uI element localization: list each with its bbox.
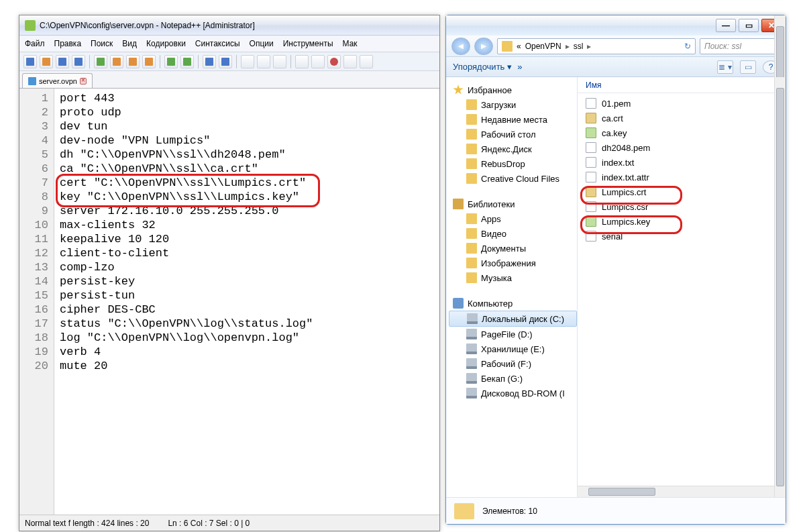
file-row[interactable]: index.txt.attr xyxy=(578,170,786,184)
npp-editor[interactable]: 1234567891011121314151617181920 port 443… xyxy=(19,89,439,515)
tool-func-icon[interactable] xyxy=(295,55,309,68)
code-line[interactable]: ca "C:\\OpenVPN\\ssl\\ca.crt" xyxy=(60,162,439,176)
tool-saveall-icon[interactable] xyxy=(72,55,85,68)
nav-item[interactable]: Рабочий (F:) xyxy=(449,356,577,371)
code-line[interactable]: max-clients 32 xyxy=(60,218,439,232)
nav-item[interactable]: Изображения xyxy=(449,256,577,270)
editor-code[interactable]: port 443proto udpdev tundev-node "VPN Lu… xyxy=(54,89,439,515)
tool-copy-icon[interactable] xyxy=(126,55,140,68)
tool-new-icon[interactable] xyxy=(23,55,37,68)
code-line[interactable]: dh "C:\\OpenVPN\\ssl\\dh2048.pem" xyxy=(60,148,439,162)
nav-item[interactable]: Видео xyxy=(449,226,577,241)
code-line[interactable]: keepalive 10 120 xyxy=(60,232,439,246)
nav-item[interactable]: Рабочий стол xyxy=(449,127,577,142)
tool-paste-icon[interactable] xyxy=(142,55,156,68)
nav-item[interactable]: Apps xyxy=(449,211,577,226)
column-header-name[interactable]: Имя xyxy=(578,77,786,93)
filepane-vscrollbar[interactable] xyxy=(774,77,786,497)
menu-file[interactable]: Файл xyxy=(25,39,45,48)
nav-libraries[interactable]: Библиотеки xyxy=(449,197,577,211)
tool-cut-icon[interactable] xyxy=(110,55,123,68)
nav-item[interactable]: Бекап (G:) xyxy=(449,371,577,386)
menu-view[interactable]: Вид xyxy=(122,39,137,48)
menu-macros[interactable]: Мак xyxy=(343,39,358,48)
explorer-titlebar[interactable]: — ▭ ✕ xyxy=(446,15,786,36)
code-line[interactable]: status "C:\\OpenVPN\\log\\status.log" xyxy=(60,317,439,331)
file-row[interactable]: index.txt xyxy=(578,155,786,170)
breadcrumb-ssl[interactable]: ssl xyxy=(574,42,584,51)
minimize-button[interactable]: — xyxy=(716,19,736,32)
file-row[interactable]: ca.key xyxy=(578,125,786,140)
file-list[interactable]: 01.pemca.crtca.keydh2048.pemindex.txtind… xyxy=(578,93,786,246)
code-line[interactable]: key "C:\\OpenVPN\\ssl\\Lumpics.key" xyxy=(60,190,439,204)
code-line[interactable]: dev-node "VPN Lumpics" xyxy=(60,134,439,148)
code-line[interactable]: mute 20 xyxy=(60,359,439,373)
tool-record-icon[interactable] xyxy=(327,55,341,68)
tab-close-icon[interactable] xyxy=(80,78,87,85)
nav-item[interactable]: Загрузки xyxy=(449,97,577,112)
menu-encoding[interactable]: Кодировки xyxy=(146,39,186,48)
tool-guides-icon[interactable] xyxy=(273,55,286,68)
nav-item[interactable]: Музыка xyxy=(449,270,577,285)
nav-item[interactable]: RebusDrop xyxy=(449,156,577,171)
nav-favorites[interactable]: Избранное xyxy=(449,83,577,97)
menu-edit[interactable]: Правка xyxy=(54,39,82,48)
code-line[interactable]: comp-lzo xyxy=(60,260,439,274)
menu-tools[interactable]: Инструменты xyxy=(283,39,333,48)
file-row[interactable]: Lumpics.crt xyxy=(578,184,786,199)
code-line[interactable]: cipher DES-CBC xyxy=(60,303,439,317)
code-line[interactable]: verb 4 xyxy=(60,345,439,359)
code-line[interactable]: log "C:\\OpenVPN\\log\\openvpn.log" xyxy=(60,331,439,345)
menu-options[interactable]: Опции xyxy=(250,39,274,48)
tool-map-icon[interactable] xyxy=(311,55,325,68)
tool-find-icon[interactable] xyxy=(203,55,216,68)
menu-search[interactable]: Поиск xyxy=(91,39,113,48)
code-line[interactable]: server 172.16.10.0 255.255.255.0 xyxy=(60,204,439,218)
tool-zoom-icon[interactable] xyxy=(241,55,254,68)
tool-wrap-icon[interactable] xyxy=(257,55,270,68)
tab-server-ovpn[interactable]: server.ovpn xyxy=(22,73,93,88)
tool-stop-icon[interactable] xyxy=(360,55,373,68)
file-row[interactable]: ca.crt xyxy=(578,111,786,125)
tool-replace-icon[interactable] xyxy=(219,55,232,68)
tool-redo-icon[interactable] xyxy=(180,55,194,68)
tool-undo-icon[interactable] xyxy=(164,55,178,68)
nav-item[interactable]: PageFile (D:) xyxy=(449,327,577,341)
file-row[interactable]: serial xyxy=(578,229,786,244)
nav-item[interactable]: Хранилище (E:) xyxy=(449,341,577,356)
refresh-icon[interactable]: ↻ xyxy=(684,42,691,51)
nav-pane[interactable]: Избранное ЗагрузкиНедавние местаРабочий … xyxy=(446,77,578,497)
nav-forward-button[interactable]: ► xyxy=(474,38,493,55)
code-line[interactable]: persist-key xyxy=(60,274,439,288)
menu-syntax[interactable]: Синтаксисы xyxy=(195,39,240,48)
address-box[interactable]: « OpenVPN ▸ ssl ▸ ↻ xyxy=(497,38,696,54)
file-row[interactable]: 01.pem xyxy=(578,96,786,111)
tool-open-icon[interactable] xyxy=(40,55,53,68)
code-line[interactable]: proto udp xyxy=(60,105,439,119)
code-line[interactable]: persist-tun xyxy=(60,288,439,303)
organize-menu[interactable]: Упорядочить ▾ xyxy=(453,62,512,72)
maximize-button[interactable]: ▭ xyxy=(739,19,759,32)
nav-item[interactable]: Creative Cloud Files xyxy=(449,171,577,186)
nav-back-button[interactable]: ◄ xyxy=(451,38,470,55)
preview-pane-button[interactable]: ▭ xyxy=(740,60,756,74)
npp-titlebar[interactable]: C:\OpenVPN\config\server.ovpn - Notepad+… xyxy=(19,15,439,36)
nav-computer[interactable]: Компьютер xyxy=(449,296,577,311)
search-input[interactable]: Поиск: ssl xyxy=(700,38,780,54)
breadcrumb-openvpn[interactable]: OpenVPN xyxy=(525,42,561,51)
code-line[interactable]: port 443 xyxy=(60,91,439,105)
nav-item[interactable]: Локальный диск (C:) xyxy=(449,311,577,327)
nav-item[interactable]: Документы xyxy=(449,241,577,256)
nav-item[interactable]: Дисковод BD-ROM (I xyxy=(449,386,577,401)
file-row[interactable]: Lumpics.key xyxy=(578,214,786,229)
code-line[interactable]: cert "C:\\OpenVPN\\ssl\\Lumpics.crt" xyxy=(60,176,439,190)
code-line[interactable]: client-to-client xyxy=(60,246,439,260)
nav-item[interactable]: Недавние места xyxy=(449,112,577,127)
tool-print-icon[interactable] xyxy=(94,55,107,68)
more-menu[interactable]: » xyxy=(517,62,522,72)
tool-save-icon[interactable] xyxy=(56,55,69,68)
filepane-hscrollbar[interactable] xyxy=(578,486,774,497)
tool-play-icon[interactable] xyxy=(343,55,357,68)
view-mode-button[interactable]: ≣ ▾ xyxy=(717,60,733,74)
code-line[interactable]: dev tun xyxy=(60,119,439,134)
